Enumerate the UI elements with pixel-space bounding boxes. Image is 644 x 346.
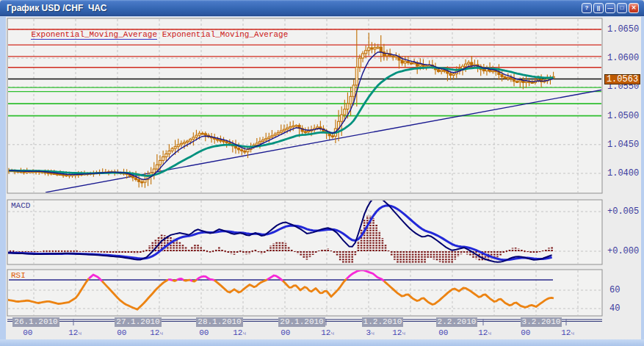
titlebar[interactable]: График USD /CHF ЧАС ?||—□✕: [0, 0, 644, 16]
rsi-panel-label: RSI: [11, 271, 26, 280]
pause-button[interactable]: ||: [593, 3, 604, 13]
time-axis-hour: 00: [521, 328, 530, 337]
minimize-button[interactable]: —: [605, 3, 615, 13]
time-axis-hour: 12ч: [321, 328, 334, 337]
price-axis-label: 1.0500: [607, 111, 639, 121]
window-bottom-border: [0, 339, 644, 346]
macd-axis-label: +0.005: [607, 206, 639, 217]
rsi-axis-label: 60: [609, 285, 620, 295]
macd-panel-label: MACD: [11, 201, 30, 210]
chart-canvas[interactable]: [6, 17, 641, 339]
time-axis-date: 28.1.2010: [196, 317, 242, 327]
help-button[interactable]: ?: [582, 3, 592, 13]
time-axis-date: 26.1.2010: [12, 317, 59, 327]
ema-label-1: Exponential_Moving_Average: [31, 30, 157, 40]
time-axis-hour: 12ч: [68, 328, 82, 337]
time-axis-date: 2.2.2010: [436, 317, 478, 327]
time-axis-hour: 00: [281, 328, 290, 337]
macd-axis-label: +0.000: [607, 246, 639, 256]
price-axis-label: 1.0650: [607, 24, 639, 35]
time-axis-hour: 12ч: [392, 328, 405, 337]
time-axis-hour: 00: [199, 328, 209, 337]
time-axis-hour: 12ч: [150, 328, 163, 337]
time-axis-hour: 00: [117, 328, 126, 337]
time-axis-date: 1.2.2010: [362, 317, 404, 327]
maximize-button[interactable]: □: [617, 3, 627, 13]
price-axis-label: 1.0600: [607, 53, 639, 63]
app-window: График USD /CHF ЧАС ?||—□✕ Exponential_M…: [0, 0, 644, 346]
time-axis-hour: 3ч: [366, 328, 375, 337]
time-axis-hour: 12ч: [233, 328, 246, 337]
price-axis-label: 1.0450: [607, 140, 639, 150]
time-axis-hour: 00: [23, 328, 32, 337]
window-controls: ?||—□✕: [582, 3, 639, 13]
time-axis-date: 27.1.2010: [115, 317, 161, 327]
ema-indicator-labels: Exponential_Moving_Average Exponential_M…: [12, 21, 288, 48]
current-price-badge: 1.0563: [604, 74, 640, 84]
rsi-axis-label: 40: [609, 303, 620, 314]
time-axis-hour: 12ч: [478, 328, 491, 337]
time-axis-hour: 12ч: [561, 328, 574, 337]
window-title: График USD /CHF ЧАС: [7, 3, 106, 13]
time-axis-hour: 00: [438, 328, 448, 337]
price-axis-label: 1.0400: [607, 168, 639, 179]
ema-label-2: Exponential_Moving_Average: [162, 30, 289, 39]
time-axis-date: 29.1.2010: [278, 317, 325, 327]
window-right-border: [641, 16, 644, 339]
close-button[interactable]: ✕: [629, 3, 639, 13]
time-axis-date: 3.2.2010: [521, 317, 562, 327]
